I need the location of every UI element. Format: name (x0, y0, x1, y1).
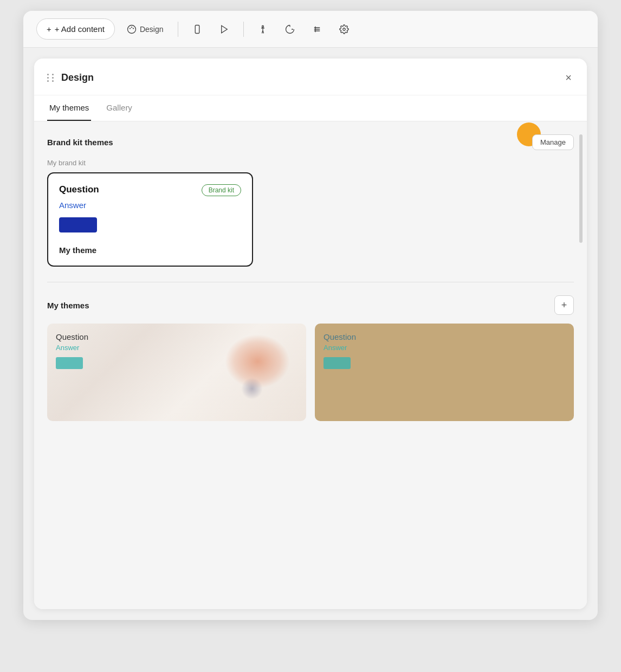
svg-point-2 (131, 27, 132, 28)
tab-gallery[interactable]: Gallery (104, 95, 134, 121)
brand-kit-header-right: Manage (532, 134, 574, 150)
preview-card-1-question: Question (56, 332, 297, 341)
drag-handle[interactable] (47, 74, 55, 82)
preview-card-2-answer: Answer (324, 344, 565, 352)
mobile-preview-button[interactable] (187, 20, 208, 38)
svg-point-7 (262, 25, 263, 27)
my-themes-title: My themes (47, 301, 89, 310)
panel-header: Design × (34, 59, 587, 95)
brand-kit-section: Brand kit themes Manage My brand kit Que… (47, 134, 574, 267)
panel-header-left: Design (47, 72, 94, 83)
close-button[interactable]: × (563, 69, 574, 86)
plus-icon: + (47, 24, 51, 34)
svg-rect-4 (195, 25, 199, 33)
add-content-label: + Add content (55, 24, 105, 34)
my-themes-header: My themes + (47, 295, 574, 315)
brand-kit-section-title: Brand kit themes (47, 138, 113, 147)
tab-my-themes[interactable]: My themes (47, 95, 91, 121)
add-content-button[interactable]: + + Add content (36, 18, 115, 40)
svg-marker-6 (221, 25, 227, 33)
design-label: Design (140, 25, 164, 34)
app-container: + + Add content Design (23, 11, 598, 620)
theme-card-header: Question Brand kit (59, 184, 241, 196)
play-icon (219, 24, 229, 34)
svg-point-1 (130, 28, 131, 29)
preview-card-1-answer: Answer (56, 344, 297, 352)
settings-icon (339, 24, 349, 34)
design-panel: Design × My themes Gallery Brand kit the… (34, 59, 587, 609)
translate-icon (312, 24, 322, 34)
mobile-icon (192, 24, 202, 34)
theme-card-question: Question (59, 184, 99, 195)
scrollbar[interactable] (579, 134, 583, 243)
add-theme-button[interactable]: + (554, 295, 574, 315)
brand-kit-theme-card[interactable]: Question Brand kit Answer My theme (47, 172, 253, 267)
tabs-container: My themes Gallery (34, 95, 587, 121)
toolbar-divider-1 (178, 22, 178, 37)
brand-kit-badge: Brand kit (202, 184, 241, 196)
palette-icon (127, 24, 137, 34)
panel-title: Design (61, 72, 94, 83)
theme-card-button-preview (59, 217, 97, 232)
brand-kit-section-header: Brand kit themes Manage (47, 134, 574, 150)
design-button[interactable]: Design (121, 20, 169, 38)
preview-card-2-content: Question Answer (315, 324, 574, 378)
svg-point-8 (342, 28, 345, 30)
splash-blue (241, 378, 263, 399)
toolbar: + + Add content Design (23, 11, 598, 48)
theme-card-name: My theme (59, 245, 241, 255)
theme-preview-card-2[interactable]: Question Answer (315, 324, 574, 421)
my-themes-section: My themes + Question Answer (47, 295, 574, 421)
svg-point-0 (127, 25, 135, 33)
theme-card-answer: Answer (59, 201, 241, 210)
section-divider (47, 282, 574, 282)
theme-preview-card-1[interactable]: Question Answer (47, 324, 306, 421)
record-button[interactable] (280, 20, 300, 38)
themes-grid: Question Answer Question Answer (47, 324, 574, 421)
toolbar-divider-2 (243, 22, 244, 37)
translate-button[interactable] (307, 20, 327, 38)
preview-card-2-question: Question (324, 332, 565, 341)
accessibility-button[interactable] (253, 20, 273, 38)
preview-card-2-button (324, 357, 351, 369)
svg-point-3 (133, 28, 134, 29)
accessibility-icon (258, 24, 268, 34)
preview-card-1-content: Question Answer (47, 324, 306, 378)
preview-card-1-button (56, 357, 83, 369)
panel-content: Brand kit themes Manage My brand kit Que… (34, 121, 587, 609)
brand-kit-label: My brand kit (47, 159, 574, 167)
record-icon (285, 24, 295, 34)
play-button[interactable] (214, 20, 235, 38)
settings-button[interactable] (334, 20, 354, 38)
manage-button[interactable]: Manage (532, 134, 574, 150)
